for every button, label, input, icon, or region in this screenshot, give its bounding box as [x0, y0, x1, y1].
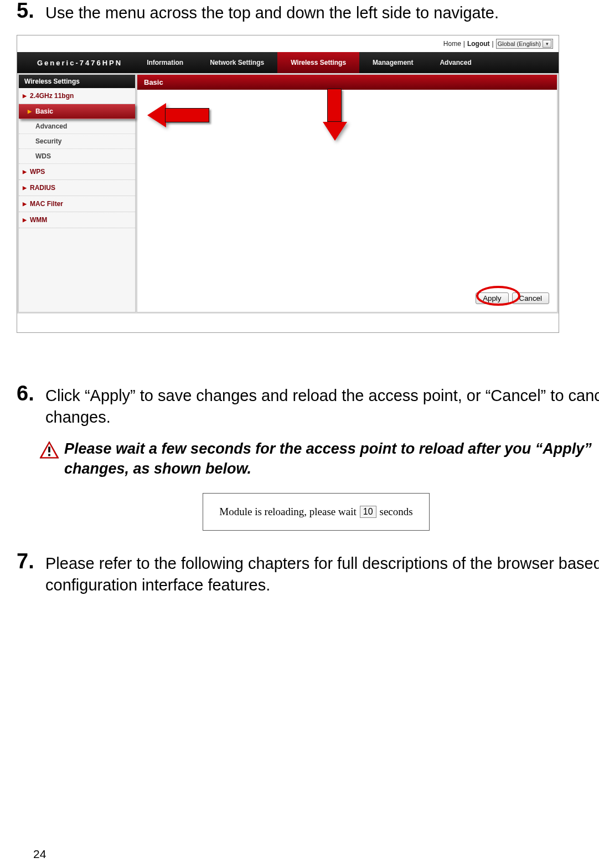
step-7: 7. Please refer to the following chapter…: [17, 551, 599, 596]
step-6-number: 6.: [17, 383, 45, 428]
cancel-button[interactable]: Cancel: [512, 292, 550, 304]
step-5-text: Use the menu across the top and down the…: [45, 0, 499, 24]
language-value: Global (English): [498, 40, 541, 47]
sidebar-item-radius[interactable]: ▶ RADIUS: [19, 180, 135, 196]
button-row: Apply Cancel: [137, 288, 557, 312]
step-7-text: Please refer to the following chapters f…: [45, 551, 599, 596]
step-6: 6. Click “Apply” to save changes and rel…: [17, 383, 599, 428]
step-6-text: Click “Apply” to save changes and reload…: [45, 383, 599, 428]
sidebar-sub-label: WDS: [35, 152, 51, 160]
reload-countdown: 10: [360, 506, 376, 518]
sidebar-sub-wds[interactable]: WDS: [19, 149, 135, 164]
svg-rect-2: [48, 447, 50, 453]
top-bar: Home | Logout | Global (English) ▾: [17, 35, 559, 52]
caret-icon: ▶: [23, 169, 27, 174]
body-row: Wireless Settings ▶ 2.4GHz 11bgn ▶ Basic…: [17, 73, 559, 314]
dropdown-icon: ▾: [543, 40, 551, 48]
svg-rect-3: [48, 454, 50, 456]
caret-icon: ▶: [23, 93, 27, 99]
step-5-number: 5.: [17, 0, 45, 24]
warning-icon: [39, 440, 60, 459]
reload-text-before: Module is reloading, please wait: [219, 506, 356, 518]
step-5: 5. Use the menu across the top and down …: [17, 0, 599, 24]
sidebar-item-label: MAC Filter: [30, 200, 63, 208]
menu-advanced[interactable]: Advanced: [426, 52, 484, 73]
step-7-number: 7.: [17, 551, 45, 596]
separator: |: [492, 40, 494, 48]
main-menu: Generic-7476HPN Information Network Sett…: [17, 52, 559, 73]
reload-message-box: Module is reloading, please wait 10 seco…: [203, 493, 430, 531]
sidebar-sub-label: Basic: [35, 107, 53, 115]
sidebar-sub-security[interactable]: Security: [19, 134, 135, 149]
reload-text-after: seconds: [380, 506, 413, 518]
menu-network-settings[interactable]: Network Settings: [197, 52, 277, 73]
warning-text: Please wait a few seconds for the access…: [64, 439, 599, 478]
sidebar-sub-advanced[interactable]: Advanced: [19, 119, 135, 134]
content-panel: Basic Apply Cancel: [137, 74, 557, 312]
sidebar-item-wps[interactable]: ▶ WPS: [19, 164, 135, 180]
menu-wireless-settings[interactable]: Wireless Settings: [277, 52, 359, 73]
sidebar-item-label: WPS: [30, 168, 45, 176]
menu-management[interactable]: Management: [359, 52, 426, 73]
content-header: Basic: [137, 75, 557, 90]
sidebar: Wireless Settings ▶ 2.4GHz 11bgn ▶ Basic…: [18, 74, 136, 312]
sidebar-item-wmm[interactable]: ▶ WMM: [19, 212, 135, 228]
sidebar-item-label: 2.4GHz 11bgn: [30, 92, 74, 100]
caret-icon: ▶: [23, 217, 27, 223]
content-body: [137, 90, 557, 288]
logout-link[interactable]: Logout: [467, 40, 490, 48]
annotation-arrow-left: [147, 103, 214, 127]
annotation-arrow-down: [323, 89, 346, 143]
separator: |: [463, 40, 465, 48]
caret-icon: ▶: [23, 201, 27, 207]
sidebar-sub-basic[interactable]: ▶ Basic: [19, 104, 135, 119]
caret-icon: ▶: [23, 185, 27, 191]
home-link[interactable]: Home: [443, 40, 461, 48]
warning-note: Please wait a few seconds for the access…: [39, 439, 599, 478]
sidebar-item-label: RADIUS: [30, 184, 55, 192]
sidebar-header: Wireless Settings: [19, 75, 135, 88]
menu-information[interactable]: Information: [133, 52, 197, 73]
apply-button[interactable]: Apply: [476, 292, 508, 304]
device-brand: Generic-7476HPN: [17, 52, 133, 73]
sidebar-item-24ghz[interactable]: ▶ 2.4GHz 11bgn: [19, 88, 135, 104]
sidebar-sub-label: Security: [35, 137, 61, 145]
caret-icon: ▶: [28, 109, 32, 114]
router-ui-screenshot: Home | Logout | Global (English) ▾ Gener…: [17, 35, 559, 333]
page-number: 24: [33, 848, 46, 861]
language-select[interactable]: Global (English) ▾: [496, 39, 553, 49]
sidebar-item-macfilter[interactable]: ▶ MAC Filter: [19, 196, 135, 212]
sidebar-sub-label: Advanced: [35, 122, 67, 130]
sidebar-item-label: WMM: [30, 216, 47, 224]
